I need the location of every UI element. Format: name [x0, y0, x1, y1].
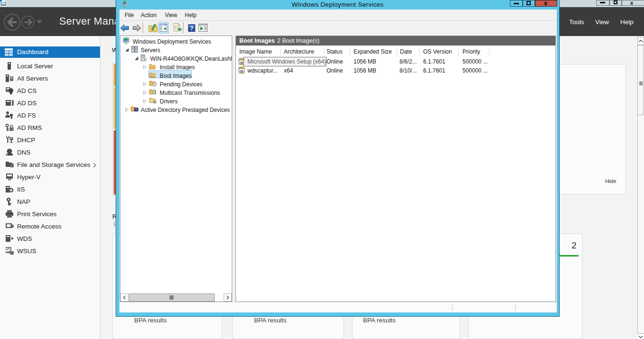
svg-text:?: ? [190, 25, 193, 32]
